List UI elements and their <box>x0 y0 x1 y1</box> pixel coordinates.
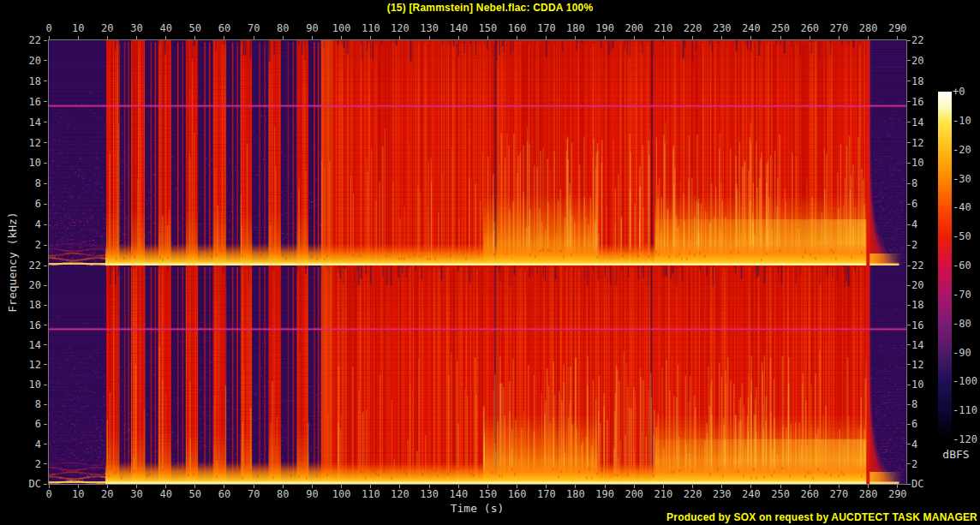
colorbar-tick-label: -120 <box>953 434 980 445</box>
x-tick-label: 180 <box>561 23 590 34</box>
tick-mark <box>907 122 911 122</box>
colorbar-tick-label: -50 <box>953 231 980 242</box>
colorbar-tick-label: -70 <box>953 289 980 301</box>
tick-mark <box>44 404 47 405</box>
tick-mark <box>907 101 911 102</box>
x-tick-label: 170 <box>532 23 561 34</box>
x-tick-label: 120 <box>385 489 415 500</box>
x-tick-label: 60 <box>210 23 239 34</box>
tick-mark <box>44 40 47 41</box>
x-tick-label: 0 <box>34 23 63 34</box>
x-tick-label: 190 <box>590 489 619 500</box>
x-tick-label: 140 <box>444 23 473 34</box>
x-tick-label: 110 <box>356 489 385 500</box>
tick-mark <box>283 36 284 39</box>
x-tick-label: 80 <box>268 489 297 500</box>
tick-mark <box>254 36 254 39</box>
tick-mark <box>44 325 47 325</box>
x-tick-label: 50 <box>181 489 210 500</box>
x-tick-label: 240 <box>737 489 766 500</box>
tick-mark <box>692 36 693 39</box>
y-tick-label: 6 <box>12 199 41 210</box>
x-tick-label: 280 <box>854 23 883 34</box>
tick-mark <box>907 484 911 485</box>
tick-mark <box>750 36 751 39</box>
x-tick-label: 70 <box>239 23 268 34</box>
tick-mark <box>44 204 47 205</box>
tick-mark <box>907 265 911 266</box>
x-tick-label: 250 <box>766 23 795 34</box>
tick-mark <box>907 183 911 184</box>
tick-mark <box>370 36 371 39</box>
tick-mark <box>907 224 911 225</box>
colorbar-gradient <box>938 92 952 439</box>
x-tick-label: 130 <box>415 489 444 500</box>
y-tick-label: 8 <box>12 178 41 189</box>
tick-mark <box>907 424 911 425</box>
x-tick-label: 100 <box>327 23 356 34</box>
y-tick-label: 2 <box>12 459 41 470</box>
tick-mark <box>907 463 911 464</box>
x-tick-label: 50 <box>181 23 210 34</box>
tick-mark <box>907 325 911 325</box>
x-tick-label: 270 <box>824 489 853 500</box>
tick-mark <box>907 285 911 286</box>
x-tick-label: 30 <box>122 489 151 500</box>
x-tick-label: 150 <box>473 489 502 500</box>
tick-mark <box>897 36 898 39</box>
colorbar-tick-label: -90 <box>953 348 980 359</box>
tick-mark <box>907 364 911 365</box>
tick-mark <box>907 60 911 61</box>
tick-mark <box>49 36 50 39</box>
colorbar-tick-label: -100 <box>953 376 980 387</box>
y-tick-label: 12 <box>12 360 41 371</box>
tick-mark <box>312 36 313 39</box>
x-tick-label: 110 <box>356 23 385 34</box>
spectrogram-right-channel <box>49 265 906 484</box>
tick-mark <box>907 385 911 385</box>
x-tick-label: 130 <box>415 23 444 34</box>
tick-mark <box>44 142 47 143</box>
x-tick-label: 240 <box>737 23 766 34</box>
credit-text: Produced by SOX on request by AUCDTECT T… <box>666 511 977 523</box>
colorbar-tick-label: -20 <box>953 145 980 156</box>
tick-mark <box>44 385 47 385</box>
tick-mark <box>44 183 47 184</box>
tick-mark <box>44 245 47 246</box>
spectrogram-window: (15) [Rammstein] Nebel.flac: CDDA 100% 0… <box>0 0 980 525</box>
tick-mark <box>399 36 400 39</box>
colorbar-tick-label: -30 <box>953 174 980 185</box>
tick-mark <box>907 404 911 405</box>
y-tick-label: 16 <box>12 97 41 108</box>
tick-mark <box>44 484 47 485</box>
x-tick-label: 10 <box>63 23 93 34</box>
tick-mark <box>517 36 517 39</box>
x-tick-label: 280 <box>854 489 883 500</box>
x-tick-label: 200 <box>619 489 648 500</box>
colorbar-tick-label: -40 <box>953 202 980 213</box>
tick-mark <box>546 36 547 39</box>
x-tick-label: 190 <box>590 23 619 34</box>
x-tick-label: 210 <box>648 23 678 34</box>
x-tick-label: 100 <box>327 489 356 500</box>
x-tick-label: 260 <box>795 23 824 34</box>
tick-mark <box>907 344 911 345</box>
tick-mark <box>663 36 664 39</box>
tick-mark <box>605 36 606 39</box>
tick-mark <box>907 40 911 41</box>
y-tick-label: 18 <box>12 76 41 87</box>
tick-mark <box>575 36 576 39</box>
y-tick-label: 14 <box>12 340 41 351</box>
tick-mark <box>44 444 47 444</box>
colorbar-tick-label: -10 <box>953 116 980 127</box>
y-tick-label: 8 <box>12 399 41 410</box>
y-tick-label: 4 <box>12 439 41 450</box>
y-tick-label: 22 <box>911 35 942 46</box>
x-tick-label: 270 <box>824 23 853 34</box>
tick-mark <box>44 265 47 266</box>
tick-mark <box>44 224 47 225</box>
tick-mark <box>907 204 911 205</box>
x-tick-label: 150 <box>473 23 502 34</box>
x-tick-label: 230 <box>708 489 737 500</box>
page-title: (15) [Rammstein] Nebel.flac: CDDA 100% <box>0 2 980 14</box>
